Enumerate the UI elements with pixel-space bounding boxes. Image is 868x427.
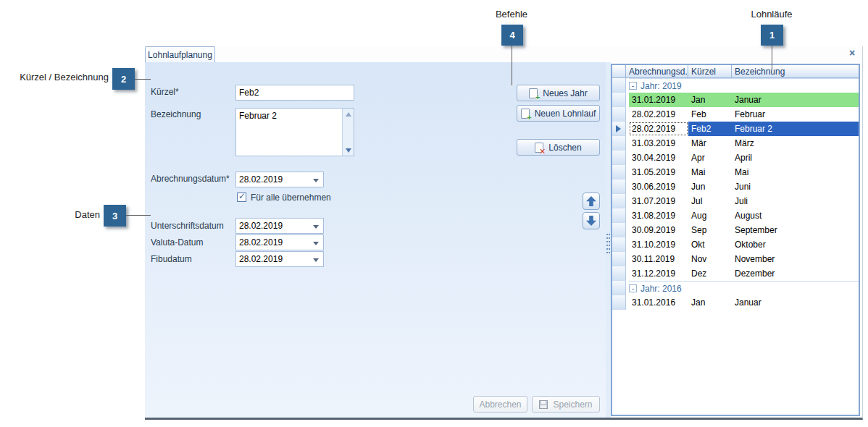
loeschen-button[interactable]: ✕ Löschen <box>517 139 600 156</box>
table-row[interactable]: 30.11.2019NovNovember <box>612 252 859 266</box>
table-row[interactable]: 31.01.2016JanJanuar <box>612 295 859 310</box>
textarea-scrollbar[interactable] <box>342 109 354 156</box>
valuta-datum-combo[interactable]: 28.02.2019 <box>235 234 324 250</box>
cell-kuerzel[interactable]: Aug <box>688 208 732 223</box>
screenshot-root: Lohnlaufplanung × Kürzel* Feb2 Bezeichnu… <box>0 0 868 427</box>
annotation-befehle-number: 4 <box>501 25 523 46</box>
table-row[interactable]: 30.06.2019JunJuni <box>612 179 859 194</box>
table-row[interactable]: 31.08.2019AugAugust <box>612 208 859 223</box>
chevron-down-icon[interactable] <box>313 179 319 182</box>
column-header-kuerzel[interactable]: Kürzel <box>688 65 732 77</box>
neues-jahr-button[interactable]: + Neues Jahr <box>517 85 600 101</box>
panel-splitter[interactable] <box>606 62 611 418</box>
speichern-label: Speichern <box>553 399 592 410</box>
row-body: 31.12.2019DezDezember <box>629 266 859 281</box>
scroll-up-icon[interactable] <box>343 109 354 119</box>
cell-abrechnungsdatum[interactable]: 31.10.2019 <box>629 237 688 252</box>
cell-bezeichnung[interactable]: Januar <box>732 93 859 107</box>
abbrechen-button[interactable]: Abbrechen <box>473 396 527 413</box>
cell-kuerzel[interactable]: Feb <box>688 107 732 122</box>
cell-kuerzel[interactable]: Okt <box>688 237 732 252</box>
chevron-down-icon[interactable] <box>313 242 319 245</box>
cell-bezeichnung[interactable]: Oktober <box>732 237 859 252</box>
column-header-abrechnungsdatum[interactable]: Abrechnungsd... <box>626 65 688 77</box>
cell-bezeichnung[interactable]: April <box>732 151 859 165</box>
cell-bezeichnung[interactable]: Februar 2 <box>732 122 859 136</box>
cell-abrechnungsdatum[interactable]: 30.06.2019 <box>629 179 688 194</box>
cell-kuerzel[interactable]: Nov <box>688 252 732 266</box>
unterschriftsdatum-combo[interactable]: 28.02.2019 <box>235 218 324 234</box>
cell-abrechnungsdatum[interactable]: 30.04.2019 <box>629 151 688 165</box>
splitter-grip-icon[interactable] <box>606 234 610 254</box>
cell-bezeichnung[interactable]: Juni <box>732 179 859 194</box>
bezeichnung-textarea[interactable]: Februar 2 <box>235 108 354 156</box>
cell-bezeichnung[interactable]: August <box>732 208 859 223</box>
cell-bezeichnung[interactable]: März <box>732 136 859 151</box>
cell-abrechnungsdatum[interactable]: 28.02.2019 <box>629 107 688 122</box>
move-up-button[interactable] <box>583 193 600 210</box>
row-indicator <box>612 194 626 208</box>
kuerzel-input[interactable]: Feb2 <box>235 85 354 101</box>
speichern-button[interactable]: Speichern <box>532 396 600 413</box>
cell-abrechnungsdatum[interactable]: 31.03.2019 <box>629 136 688 151</box>
close-icon[interactable]: × <box>847 48 857 59</box>
cell-abrechnungsdatum[interactable]: 30.11.2019 <box>629 252 688 266</box>
cell-kuerzel[interactable]: Jan <box>688 93 732 107</box>
abrechnungsdatum-combo[interactable]: 28.02.2019 <box>235 172 324 187</box>
cell-abrechnungsdatum[interactable]: 31.08.2019 <box>629 208 688 223</box>
cell-kuerzel[interactable]: Apr <box>688 151 732 165</box>
table-row[interactable]: 31.05.2019MaiMai <box>612 165 859 179</box>
cell-bezeichnung[interactable]: Dezember <box>732 266 859 281</box>
cell-kuerzel[interactable]: Jan <box>688 295 732 310</box>
tab-lohnlaufplanung[interactable]: Lohnlaufplanung <box>145 46 215 62</box>
cell-abrechnungsdatum[interactable]: 31.05.2019 <box>629 165 688 179</box>
cell-kuerzel[interactable]: Mai <box>688 165 732 179</box>
table-row[interactable]: 31.01.2019JanJanuar <box>612 93 859 107</box>
table-row[interactable]: 30.09.2019SepSeptember <box>612 223 859 237</box>
group-row[interactable]: -Jahr: 2016 <box>612 281 859 295</box>
cell-bezeichnung[interactable]: Mai <box>732 165 859 179</box>
group-row-body: -Jahr: 2016 <box>629 281 859 295</box>
fibudatum-label: Fibudatum <box>151 254 192 264</box>
cell-kuerzel[interactable]: Dez <box>688 266 732 281</box>
chevron-down-icon[interactable] <box>313 258 319 262</box>
table-row[interactable]: 31.03.2019MärMärz <box>612 136 859 151</box>
table-row[interactable]: 31.10.2019OktOktober <box>612 237 859 252</box>
cell-abrechnungsdatum[interactable]: 30.09.2019 <box>629 223 688 237</box>
cell-bezeichnung[interactable]: November <box>732 252 859 266</box>
table-row[interactable]: 31.12.2019DezDezember <box>612 266 859 281</box>
cell-kuerzel[interactable]: Jul <box>688 194 732 208</box>
fibudatum-combo[interactable]: 28.02.2019 <box>235 251 324 267</box>
cell-kuerzel[interactable]: Feb2 <box>688 122 732 136</box>
cell-bezeichnung[interactable]: Januar <box>732 295 859 310</box>
cell-kuerzel[interactable]: Sep <box>688 223 732 237</box>
cell-abrechnungsdatum[interactable]: 28.02.2019 <box>629 122 688 136</box>
cell-bezeichnung[interactable]: Februar <box>732 107 859 122</box>
move-down-button[interactable] <box>583 212 600 229</box>
scroll-down-icon[interactable] <box>343 145 354 156</box>
table-row[interactable]: 30.04.2019AprApril <box>612 151 859 165</box>
table-row[interactable]: 28.02.2019FebFebruar <box>612 107 859 122</box>
fuer-alle-checkbox[interactable]: ✓ <box>237 193 246 202</box>
cell-abrechnungsdatum[interactable]: 31.01.2019 <box>629 93 688 107</box>
form-panel: Kürzel* Feb2 Bezeichnung Februar 2 Abrec… <box>145 62 606 418</box>
cell-kuerzel[interactable]: Mär <box>688 136 732 151</box>
cell-kuerzel[interactable]: Jun <box>688 179 732 194</box>
collapse-icon[interactable]: - <box>629 284 637 292</box>
annotation-kuerzel-bezeichnung-number: 2 <box>112 68 135 90</box>
column-header-bezeichnung[interactable]: Bezeichnung <box>732 65 859 77</box>
cell-abrechnungsdatum[interactable]: 31.12.2019 <box>629 266 688 281</box>
table-row[interactable]: 31.07.2019JulJuli <box>612 194 859 208</box>
group-row[interactable]: -Jahr: 2019 <box>612 78 859 93</box>
collapse-icon[interactable]: - <box>629 82 637 90</box>
cell-bezeichnung[interactable]: Juli <box>732 194 859 208</box>
row-indicator <box>612 165 626 179</box>
neuen-lohnlauf-button[interactable]: + Neuen Lohnlauf <box>517 105 600 122</box>
cell-abrechnungsdatum[interactable]: 31.07.2019 <box>629 194 688 208</box>
chevron-down-icon[interactable] <box>313 225 319 229</box>
row-body: 30.04.2019AprApril <box>629 151 859 165</box>
table-row[interactable]: 28.02.2019Feb2Februar 2 <box>612 122 859 136</box>
cell-abrechnungsdatum[interactable]: 31.01.2016 <box>629 295 688 310</box>
cell-bezeichnung[interactable]: September <box>732 223 859 237</box>
annotation-line <box>512 46 512 85</box>
